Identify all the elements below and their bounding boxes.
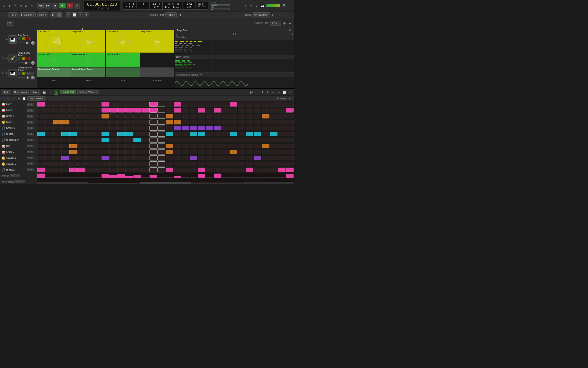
step-btn-22[interactable] [214,144,221,148]
step-btn-6[interactable] [85,156,93,160]
step-btn-29[interactable] [270,102,278,107]
step-btn-28[interactable] [262,108,270,112]
step-btn-5[interactable] [77,150,85,154]
step-btn-20[interactable] [198,132,205,136]
vel-ctrl3[interactable]: → [17,175,20,177]
step-btn-27[interactable] [254,144,261,148]
step-save-icon[interactable]: 💾 [42,90,47,95]
step-btn-1[interactable] [45,144,53,148]
step-btn-18[interactable] [182,162,189,166]
step-btn-15[interactable] [158,156,165,160]
step-btn-21[interactable] [206,162,213,166]
step-btn-24[interactable] [230,126,237,130]
step-btn-2[interactable] [53,162,61,166]
step-btn-19[interactable] [190,138,197,142]
step-btn-10[interactable] [117,132,125,136]
step-btn-23[interactable] [222,114,229,119]
cowbell1-s[interactable]: S [30,156,34,159]
arrow-right-icon[interactable]: → [288,13,292,17]
step-btn-29[interactable] [270,108,278,112]
step-btn-15[interactable] [158,108,165,112]
step-btn-11[interactable] [125,150,133,154]
step-btn-0[interactable] [37,150,45,154]
step-btn-29[interactable] [270,156,278,160]
step-btn-19[interactable] [190,168,197,172]
step-btn-23[interactable] [222,156,229,160]
step-btn-8[interactable] [102,114,109,119]
step-btn-15[interactable] [158,126,165,130]
step-btn-7[interactable] [93,138,101,142]
step-btn-17[interactable] [174,144,181,148]
align-icon[interactable]: ⊢ [271,13,276,17]
step-btn-19[interactable] [190,126,197,130]
step-btn-5[interactable] [77,102,85,107]
step-btn-3[interactable] [61,150,69,154]
step-btn-22[interactable] [214,120,221,124]
step-btn-2[interactable] [53,168,61,172]
pattern-name[interactable]: Trap Beat 1 [27,96,46,101]
step-btn-13[interactable] [141,108,149,112]
step-btn-27[interactable] [254,102,261,107]
step-btn-30[interactable] [278,168,286,172]
step-btn-31[interactable] [286,102,294,107]
step-btn-25[interactable] [238,102,245,107]
step-btn-31[interactable] [286,156,294,160]
step-btn-15[interactable] [158,114,165,119]
step-btn-7[interactable] [93,114,101,119]
step-btn-2[interactable] [53,156,61,160]
step-btn-25[interactable] [238,138,245,142]
step-btn-18[interactable] [182,138,189,142]
step-btn-2[interactable] [53,102,61,107]
step-btn-10[interactable] [117,114,125,119]
step-btn-31[interactable] [286,126,294,130]
step-btn-12[interactable] [133,138,141,142]
step-btn-20[interactable] [198,168,205,172]
step-btn-1[interactable] [45,138,53,142]
step-btn-16[interactable] [166,120,173,124]
step-btn-9[interactable] [109,168,117,172]
mute-btn-26[interactable]: M [18,57,21,60]
step-btn-6[interactable] [85,162,93,166]
step-btn-8[interactable] [102,168,109,172]
step-btn-11[interactable] [125,162,133,166]
step-btn-26[interactable] [246,114,253,119]
step-btn-4[interactable] [69,126,77,130]
step-btn-13[interactable] [141,132,149,136]
step-btn-26[interactable] [246,168,253,172]
step-arrow-down[interactable]: ⬇ [266,90,270,95]
step-btn-17[interactable] [174,126,181,130]
step-btn-6[interactable] [85,138,93,142]
step-btn-20[interactable] [198,156,205,160]
step-btn-13[interactable] [141,150,149,154]
step-btn-8[interactable] [102,138,109,142]
step-btn-22[interactable] [214,114,221,119]
knob-26[interactable] [31,61,35,65]
step-btn-3[interactable] [61,102,69,107]
step-btn-28[interactable] [262,102,270,107]
step-btn-0[interactable] [37,126,45,130]
step-vol-icon[interactable]: 🔊 [249,90,253,95]
step-btn-16[interactable] [166,114,173,119]
step-btn-3[interactable] [61,132,69,136]
step-btn-15[interactable] [158,138,165,142]
step-btn-19[interactable] [190,144,197,148]
step-btn-3[interactable] [61,114,69,119]
half-moon-icon[interactable]: ◑ [177,13,182,17]
step-btn-28[interactable] [262,156,270,160]
step-btn-2[interactable] [53,132,61,136]
step-btn-13[interactable] [141,114,149,119]
step-btn-20[interactable] [198,162,205,166]
functions-menu[interactable]: Functions ▾ [19,12,36,18]
step-btn-11[interactable] [125,114,133,119]
step-btn-11[interactable] [125,132,133,136]
step-btn-28[interactable] [262,162,270,166]
step-btn-22[interactable] [214,168,221,172]
edit-menu[interactable]: Edit ▾ [8,12,18,18]
step-btn-23[interactable] [222,162,229,166]
step-btn-25[interactable] [238,132,245,136]
add-track-icon[interactable]: + [2,13,6,17]
step-btn-9[interactable] [109,108,117,112]
step-btn-20[interactable] [198,114,205,119]
step-btn-21[interactable] [206,120,213,124]
step-btn-18[interactable] [182,120,189,124]
